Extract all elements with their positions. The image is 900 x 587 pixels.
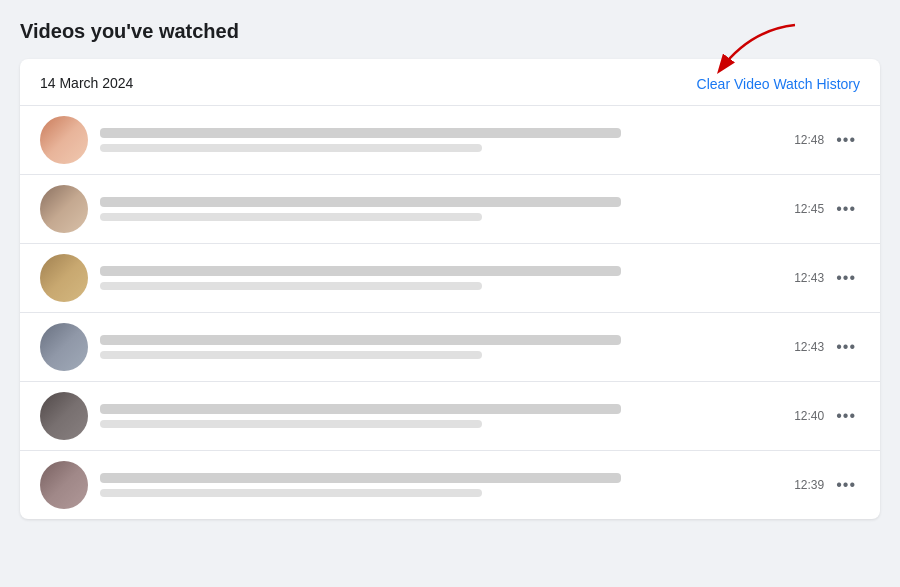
video-meta: 12:43 •••	[794, 268, 860, 288]
more-options-button[interactable]: •••	[832, 475, 860, 495]
video-time: 12:43	[794, 271, 824, 285]
list-item: 12:48 •••	[20, 105, 880, 174]
more-options-button[interactable]: •••	[832, 268, 860, 288]
video-title-blurred	[100, 197, 621, 207]
video-info	[100, 197, 794, 221]
page-title: Videos you've watched	[20, 20, 880, 43]
video-info	[100, 266, 794, 290]
video-title-blurred	[100, 335, 621, 345]
list-item: 12:39 •••	[20, 450, 880, 519]
more-options-button[interactable]: •••	[832, 199, 860, 219]
video-subtitle-blurred	[100, 282, 482, 290]
card-header: 14 March 2024 Clear Video Watch History	[20, 59, 880, 105]
video-subtitle-blurred	[100, 144, 482, 152]
video-title-blurred	[100, 473, 621, 483]
video-title-blurred	[100, 266, 621, 276]
video-subtitle-blurred	[100, 489, 482, 497]
list-item: 12:40 •••	[20, 381, 880, 450]
clear-history-link[interactable]: Clear Video Watch History	[697, 76, 860, 92]
video-list: 12:48 ••• 12:45 ••• 12:43 •••	[20, 105, 880, 519]
avatar	[40, 185, 88, 233]
video-meta: 12:43 •••	[794, 337, 860, 357]
list-item: 12:43 •••	[20, 243, 880, 312]
video-info	[100, 473, 794, 497]
more-options-button[interactable]: •••	[832, 406, 860, 426]
video-meta: 12:48 •••	[794, 130, 860, 150]
watch-history-card: 14 March 2024 Clear Video Watch History …	[20, 59, 880, 519]
video-meta: 12:45 •••	[794, 199, 860, 219]
video-subtitle-blurred	[100, 213, 482, 221]
video-info	[100, 335, 794, 359]
video-title-blurred	[100, 404, 621, 414]
avatar	[40, 116, 88, 164]
video-title-blurred	[100, 128, 621, 138]
video-time: 12:43	[794, 340, 824, 354]
video-time: 12:39	[794, 478, 824, 492]
date-label: 14 March 2024	[40, 75, 133, 91]
avatar	[40, 323, 88, 371]
video-meta: 12:39 •••	[794, 475, 860, 495]
video-info	[100, 128, 794, 152]
video-time: 12:45	[794, 202, 824, 216]
more-options-button[interactable]: •••	[832, 130, 860, 150]
avatar	[40, 461, 88, 509]
video-subtitle-blurred	[100, 351, 482, 359]
list-item: 12:43 •••	[20, 312, 880, 381]
list-item: 12:45 •••	[20, 174, 880, 243]
avatar	[40, 254, 88, 302]
more-options-button[interactable]: •••	[832, 337, 860, 357]
video-meta: 12:40 •••	[794, 406, 860, 426]
avatar	[40, 392, 88, 440]
video-info	[100, 404, 794, 428]
video-time: 12:40	[794, 409, 824, 423]
video-time: 12:48	[794, 133, 824, 147]
video-subtitle-blurred	[100, 420, 482, 428]
